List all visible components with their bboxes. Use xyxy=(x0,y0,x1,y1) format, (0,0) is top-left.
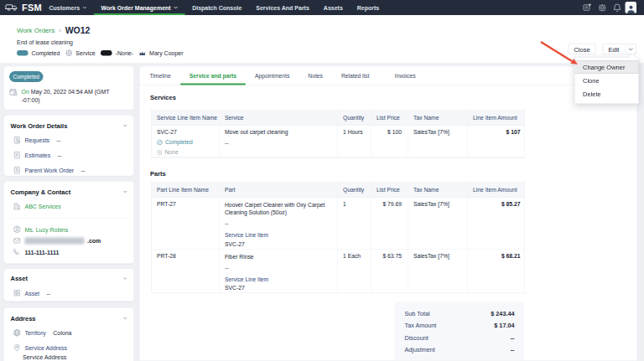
service-line-item-name[interactable]: SVC-27 xyxy=(157,129,216,137)
breadcrumb-work-orders[interactable]: Work Orders xyxy=(17,27,55,34)
parts-section-title: Parts xyxy=(150,170,166,178)
top-navbar: FSM Customers Work Order Management Disp… xyxy=(0,0,644,15)
navbar-right xyxy=(583,0,644,15)
col-header: Tax Name xyxy=(408,111,468,126)
tab-timeline[interactable]: Timeline xyxy=(141,66,180,85)
nav-item-reports[interactable]: Reports xyxy=(350,0,386,15)
collapse-caret-icon[interactable] xyxy=(123,317,127,319)
status-check-icon xyxy=(157,140,163,146)
tab-notes[interactable]: Notes xyxy=(299,66,332,85)
col-header: Quantity xyxy=(338,183,371,198)
field-service-address: Service Address xyxy=(13,344,127,353)
col-header: Part Line Item Name xyxy=(152,183,220,198)
service-quantity-cell: 1 Hours xyxy=(338,126,371,158)
breadcrumb: Work Orders › WO12 xyxy=(17,25,90,35)
service-address-value: Service Address xyxy=(23,353,127,360)
schedule-datetime: May 20, 2022 04:54 AM (GMT -07:00) xyxy=(22,88,110,104)
content-area: Completed On May 20, 2022 04:54 AM (GMT … xyxy=(0,64,644,361)
menu-item-delete[interactable]: Delete xyxy=(575,87,639,101)
schedule-on-label: On xyxy=(22,88,29,95)
part-amount-cell: $ 68.21 xyxy=(468,250,525,293)
part-cell: Hoover Carpet Cleaner with Oxy Carpet Cl… xyxy=(220,198,338,250)
contact-person-icon xyxy=(13,225,22,234)
work-order-details-card: Work Order Details Requests -- Estimates… xyxy=(3,115,134,177)
priority-dot-icon xyxy=(101,50,112,56)
work-order-detail-panel: Timeline Service and parts Appointments … xyxy=(139,66,637,361)
nav-item-services-and-parts[interactable]: Services And Parts xyxy=(249,0,317,15)
nav-item-customers[interactable]: Customers xyxy=(42,0,94,15)
field-asset: Asset -- xyxy=(13,289,127,297)
collapse-caret-icon[interactable] xyxy=(123,190,127,193)
tab-related-list[interactable]: Related list xyxy=(332,66,378,85)
part-row-name-cell[interactable]: PRT-27 xyxy=(152,198,220,250)
asset-card: Asset Asset -- xyxy=(3,269,134,302)
tab-service-and-parts[interactable]: Service and parts xyxy=(180,66,246,85)
asset-grid-icon xyxy=(13,289,22,297)
company-link[interactable]: ABC Services xyxy=(25,203,61,209)
service-amount-cell: $ 107 xyxy=(468,126,525,158)
menu-item-clone[interactable]: Clone xyxy=(575,74,639,87)
settings-gear-icon[interactable] xyxy=(598,3,607,13)
collapse-caret-icon[interactable] xyxy=(123,124,127,126)
field-email: .com xyxy=(13,237,127,245)
edit-button[interactable]: Edit xyxy=(603,44,626,54)
edit-dropdown-button[interactable] xyxy=(626,44,637,54)
page-header: Work Orders › WO12 End of lease cleaning… xyxy=(0,15,644,64)
truck-logo-icon xyxy=(5,3,18,12)
status-dot-icon xyxy=(17,50,29,56)
field-contact: Ms. Lucy Robins xyxy=(13,225,127,234)
service-address-link[interactable]: Service Address xyxy=(25,344,68,351)
nav-item-assets[interactable]: Assets xyxy=(316,0,350,15)
part-list-price-cell: $ 79.69 xyxy=(371,198,408,250)
header-actions: Close Edit xyxy=(569,44,637,54)
phone-icon xyxy=(13,248,22,256)
nav-item-dispatch-console[interactable]: Dispatch Console xyxy=(185,0,249,15)
meta-owner: Mary Cooper xyxy=(139,49,184,56)
summary-row-adjustment: Adjustment -- xyxy=(405,347,515,353)
user-avatar[interactable] xyxy=(626,2,637,13)
col-header: Service xyxy=(220,111,338,126)
service-tax-cell: SalesTax [7%] xyxy=(408,126,468,158)
calendar-clock-icon xyxy=(9,88,18,96)
phone-number[interactable]: 111-111-1111 xyxy=(25,249,60,255)
chevron-down-icon xyxy=(174,7,178,9)
col-header: Quantity xyxy=(338,111,371,126)
contact-link[interactable]: Ms. Lucy Robins xyxy=(25,226,69,233)
brand[interactable]: FSM xyxy=(0,0,42,15)
email-suffix: .com xyxy=(87,237,101,244)
field-company: ABC Services xyxy=(13,203,127,211)
meta-type: Service xyxy=(65,49,96,57)
scheduled-time: On May 20, 2022 04:54 AM (GMT -07:00) xyxy=(9,87,128,105)
col-header: List Price xyxy=(371,183,408,198)
part-row-name-cell[interactable]: PRT-28 xyxy=(152,250,220,293)
field-parent-work-order: Parent Work Order -- xyxy=(13,167,127,175)
main-nav: Customers Work Order Management Dispatch… xyxy=(42,0,387,15)
page-title: WO12 xyxy=(65,25,91,35)
part-amount-cell: $ 85.27 xyxy=(468,198,525,250)
status-badge: Completed xyxy=(9,71,43,82)
app-screen: FSM Customers Work Order Management Disp… xyxy=(0,0,644,361)
work-order-meta: Completed Service -None- Mary Cooper xyxy=(17,49,184,57)
doc-icon xyxy=(157,150,163,156)
services-table: Service Line Item Name Service Quantity … xyxy=(151,110,525,158)
redacted-email xyxy=(25,237,85,244)
part-list-price-cell: $ 63.75 xyxy=(371,250,408,293)
field-phone: 111-111-1111 xyxy=(13,248,127,256)
col-header: Service Line Item Name xyxy=(152,111,220,126)
services-section-title: Services xyxy=(150,94,176,101)
tab-appointments[interactable]: Appointments xyxy=(246,66,299,85)
tab-invoices[interactable]: Invoices xyxy=(386,66,425,85)
nav-item-work-order-management[interactable]: Work Order Management xyxy=(94,0,185,15)
summary-row-subtotal: Sub Total $ 243.44 xyxy=(405,310,515,317)
menu-item-change-owner[interactable]: Change Owner xyxy=(575,60,639,74)
notifications-bell-icon[interactable] xyxy=(613,3,622,13)
chevron-down-icon xyxy=(83,7,87,9)
location-pin-icon xyxy=(13,344,22,353)
chevron-down-icon xyxy=(628,48,633,51)
whats-new-icon[interactable] xyxy=(583,3,592,13)
detail-tabs: Timeline Service and parts Appointments … xyxy=(140,66,637,85)
close-button[interactable]: Close xyxy=(569,44,596,54)
collapse-caret-icon[interactable] xyxy=(123,277,127,280)
owner-crown-icon xyxy=(139,50,147,56)
service-status: Completed xyxy=(157,139,216,147)
